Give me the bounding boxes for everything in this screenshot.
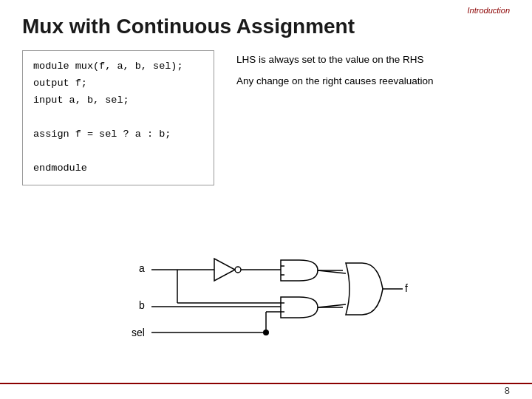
code-line-3: input a, b, sel;	[33, 95, 129, 106]
bottom-rule	[0, 383, 532, 384]
page: Introduction Mux with Continuous Assignm…	[0, 0, 532, 399]
circuit-diagram: a b sel	[118, 229, 414, 377]
page-number: 8	[505, 385, 510, 396]
and-gate-top	[281, 260, 318, 281]
content-row: module mux(f, a, b, sel); output f; inpu…	[22, 50, 510, 185]
output-f-label: f	[405, 282, 408, 294]
annotation-2: Any change on the right causes reevaluat…	[236, 75, 433, 89]
section-tag: Introduction	[468, 6, 510, 15]
annotation-1: LHS is always set to the value on the RH…	[236, 53, 433, 67]
annotations-panel: LHS is always set to the value on the RH…	[236, 50, 433, 185]
not-gate-body	[214, 259, 235, 281]
page-title: Mux with Continuous Assignment	[22, 15, 510, 38]
sel-junction-dot	[263, 330, 269, 335]
input-b-label: b	[139, 299, 145, 311]
code-box: module mux(f, a, b, sel); output f; inpu…	[22, 50, 214, 185]
input-sel-label: sel	[132, 327, 145, 338]
not-gate-bubble	[235, 267, 241, 273]
and-gate-bottom	[281, 297, 318, 318]
code-line-5: endmodule	[33, 163, 87, 174]
code-line-4: assign f = sel ? a : b;	[33, 129, 171, 140]
code-line-1: module mux(f, a, b, sel);	[33, 61, 183, 72]
input-a-label: a	[139, 262, 145, 274]
code-line-2: output f;	[33, 78, 87, 89]
